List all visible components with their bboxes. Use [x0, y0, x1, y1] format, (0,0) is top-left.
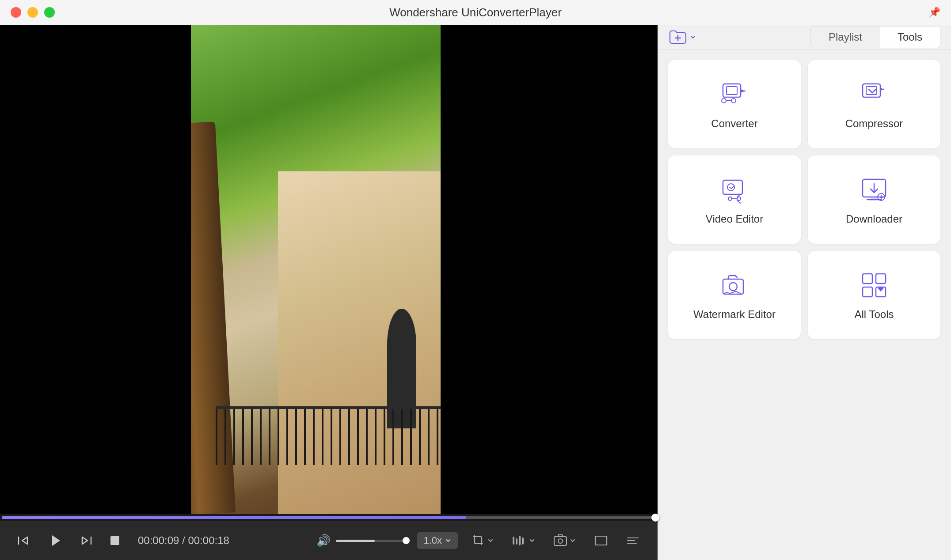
screenshot-button[interactable]: [550, 533, 580, 549]
svg-point-15: [727, 184, 734, 191]
volume-icon: 🔊: [316, 534, 331, 548]
video-editor-label: Video Editor: [706, 213, 763, 225]
svg-rect-3: [519, 536, 521, 545]
downloader-label: Downloader: [846, 213, 902, 225]
svg-point-11: [731, 98, 736, 103]
skip-forward-button[interactable]: [78, 532, 95, 549]
converter-icon: [719, 79, 750, 110]
compressor-label: Compressor: [845, 117, 903, 130]
minimize-button[interactable]: [27, 7, 38, 18]
svg-rect-12: [863, 84, 880, 97]
svg-rect-9: [727, 87, 737, 95]
svg-point-6: [558, 539, 563, 543]
svg-rect-4: [522, 537, 524, 545]
tab-tools[interactable]: Tools: [880, 26, 940, 48]
video-area: 00:00:09 / 00:00:18 🔊 1.0x: [0, 25, 658, 560]
skip-back-button[interactable]: [14, 532, 32, 549]
right-panel: Playlist Tools: [658, 25, 951, 560]
playlist-toggle-button[interactable]: [622, 533, 643, 549]
svg-rect-22: [863, 274, 872, 284]
speed-button[interactable]: 1.0x: [417, 532, 458, 549]
progress-track[interactable]: [2, 516, 656, 519]
svg-rect-23: [876, 274, 886, 284]
svg-rect-5: [554, 537, 567, 545]
volume-fill: [336, 540, 375, 542]
progress-thumb[interactable]: [651, 514, 659, 522]
main-content: 00:00:09 / 00:00:18 🔊 1.0x: [0, 25, 951, 560]
svg-rect-1: [513, 537, 514, 545]
all-tools-label: All Tools: [855, 308, 894, 321]
maximize-button[interactable]: [44, 7, 55, 18]
downloader-icon: [858, 174, 890, 206]
watermark-label: Watermark Editor: [693, 308, 776, 321]
pin-icon: 📌: [928, 7, 940, 18]
svg-rect-8: [723, 84, 741, 97]
black-right: [441, 25, 658, 514]
tool-card-compressor[interactable]: Compressor: [808, 60, 940, 148]
time-display: 00:00:09 / 00:00:18: [138, 534, 229, 547]
close-button[interactable]: [11, 7, 21, 18]
watermark-icon: [719, 269, 750, 301]
compressor-icon: [858, 79, 890, 110]
video-player[interactable]: [0, 25, 658, 514]
svg-point-17: [737, 197, 741, 201]
progress-area[interactable]: [0, 514, 658, 521]
window-controls: [11, 7, 55, 18]
volume-area: 🔊: [316, 534, 407, 548]
tool-card-downloader[interactable]: Downloader: [808, 155, 940, 244]
svg-rect-24: [863, 287, 872, 297]
progress-fill: [2, 516, 466, 519]
volume-track[interactable]: [336, 540, 407, 542]
tools-grid: Converter Compressor: [658, 49, 951, 560]
volume-thumb[interactable]: [403, 537, 410, 544]
svg-point-10: [722, 98, 726, 103]
video-editor-icon: [719, 174, 750, 206]
video-frame: [0, 25, 658, 514]
tab-buttons: Playlist Tools: [810, 26, 940, 48]
tool-card-watermark-editor[interactable]: Watermark Editor: [668, 251, 801, 339]
panel-header: Playlist Tools: [658, 25, 951, 49]
window-title: Wondershare UniConverterPlayer: [389, 6, 562, 19]
all-tools-icon: [858, 269, 890, 301]
play-button[interactable]: [42, 528, 67, 553]
titlebar: Wondershare UniConverterPlayer 📌: [0, 0, 951, 25]
controls-bar: 00:00:09 / 00:00:18 🔊 1.0x: [0, 521, 658, 560]
stop-button[interactable]: [106, 532, 124, 549]
svg-rect-7: [595, 536, 607, 545]
crop-tool-button[interactable]: [468, 532, 498, 549]
black-left: [0, 25, 191, 514]
svg-rect-0: [110, 536, 119, 545]
svg-rect-2: [516, 538, 517, 545]
tab-playlist[interactable]: Playlist: [811, 26, 880, 48]
video-scene: [191, 25, 441, 514]
audio-levels-button[interactable]: [508, 532, 539, 549]
svg-point-21: [729, 283, 737, 291]
speed-label: 1.0x: [423, 535, 442, 546]
svg-point-16: [728, 197, 732, 201]
tool-card-converter[interactable]: Converter: [668, 60, 801, 148]
converter-label: Converter: [711, 117, 757, 130]
tool-card-video-editor[interactable]: Video Editor: [668, 155, 801, 244]
fullscreen-button[interactable]: [590, 533, 612, 549]
railing: [216, 406, 441, 465]
tool-card-all-tools[interactable]: All Tools: [808, 251, 940, 339]
add-media-button[interactable]: [668, 27, 696, 47]
